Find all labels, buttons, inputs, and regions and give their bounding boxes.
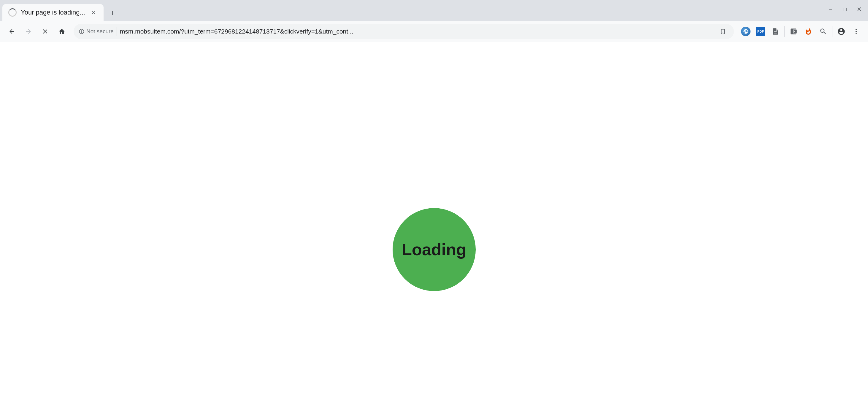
close-button[interactable]: ✕ [852,3,866,16]
forward-button[interactable] [21,24,36,39]
globe-extension-button[interactable] [739,24,753,39]
tabs-area: Your page is loading... × + [2,0,819,21]
back-button[interactable] [5,24,19,39]
search-extension-button[interactable] [816,24,830,39]
address-bar[interactable]: Not secure msm.mobsuitem.com/?utm_term=6… [73,24,734,39]
bookmark-button[interactable] [717,26,729,37]
wallet-extension-button[interactable] [786,24,801,39]
maximize-button[interactable]: □ [838,3,851,16]
browser-frame: Your page is loading... × + − □ ✕ [0,0,868,419]
page-content: Loading [0,42,868,419]
url-text: msm.mobsuitem.com/?utm_term=672968122414… [120,28,714,35]
toolbar-right: PDF [739,24,863,39]
tab-spinner [8,8,17,17]
toolbar-separator-2 [832,26,832,37]
tab-close-button[interactable]: × [89,8,98,17]
active-tab[interactable]: Your page is loading... × [2,4,103,21]
document-extension-button[interactable] [768,24,782,39]
browser-menu-button[interactable] [849,24,863,39]
window-controls: − □ ✕ [824,3,866,16]
pdf-extension-button[interactable]: PDF [753,24,768,39]
profile-button[interactable] [834,24,848,39]
loading-text: Loading [402,240,466,259]
toolbar-separator [784,26,785,37]
fire-extension-button[interactable] [801,24,815,39]
title-bar: Your page is loading... × + − □ ✕ [0,0,868,21]
address-bar-divider [117,27,117,36]
security-indicator: Not secure [79,28,114,35]
security-text: Not secure [86,28,114,35]
stop-reload-button[interactable] [38,24,52,39]
new-tab-button[interactable]: + [106,6,119,20]
minimize-button[interactable]: − [824,3,837,16]
tab-title: Your page is loading... [21,9,85,16]
loading-circle: Loading [393,208,476,291]
home-button[interactable] [55,24,69,39]
toolbar: Not secure msm.mobsuitem.com/?utm_term=6… [0,21,868,42]
